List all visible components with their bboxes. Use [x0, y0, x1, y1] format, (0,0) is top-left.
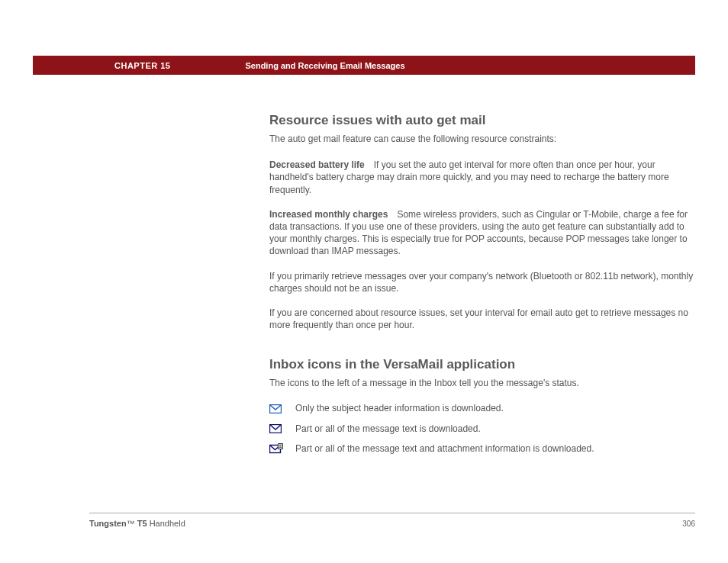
icon-row-text: Part or all of the message text is downl… — [295, 423, 481, 434]
paragraph-company-network: If you primarily retrieve messages over … — [269, 270, 697, 294]
footer-suffix: Handheld — [147, 519, 185, 528]
chapter-section-title: Sending and Receiving Email Messages — [245, 61, 404, 70]
footer: Tungsten™ T5 Handheld 306 — [89, 519, 695, 528]
run-in-increased-charges: Increased monthly charges — [269, 209, 388, 220]
footer-page-number: 306 — [682, 520, 695, 528]
icon-row-text: Only the subject header information is d… — [295, 403, 504, 413]
chapter-header-band: CHAPTER 15 Sending and Receiving Email M… — [33, 56, 695, 75]
paragraph-decreased-battery: Decreased battery lifeIf you set the aut… — [269, 159, 697, 196]
icon-row: Only the subject header information is d… — [269, 403, 697, 413]
section-title-inbox-icons: Inbox icons in the VersaMail application — [269, 357, 697, 372]
page: CHAPTER 15 Sending and Receiving Email M… — [0, 0, 728, 563]
footer-brand: Tungsten — [89, 519, 127, 528]
paragraph-recommended-interval: If you are concerned about resource issu… — [269, 307, 697, 331]
envelope-open-blue-icon — [269, 404, 283, 414]
section-lead: The auto get mail feature can cause the … — [269, 133, 697, 145]
envelope-attachment-icon — [269, 443, 283, 454]
section-title-resource-issues: Resource issues with auto get mail — [269, 113, 697, 128]
icon-row-text: Part or all of the message text and atta… — [295, 443, 594, 454]
content-column: Resource issues with auto get mail The a… — [269, 113, 697, 464]
footer-product: Tungsten™ T5 Handheld — [89, 519, 185, 528]
footer-model: T5 — [135, 519, 147, 528]
run-in-decreased-battery: Decreased battery life — [269, 159, 365, 170]
icon-row: Part or all of the message text is downl… — [269, 423, 697, 434]
footer-rule — [89, 513, 695, 513]
section-inbox-icons: Inbox icons in the VersaMail application… — [269, 357, 697, 454]
icon-row: Part or all of the message text and atta… — [269, 443, 697, 454]
section-lead-inbox: The icons to the left of a message in th… — [269, 377, 697, 389]
chapter-label: CHAPTER 15 — [114, 61, 170, 70]
icon-list: Only the subject header information is d… — [269, 403, 697, 454]
paragraph-increased-charges: Increased monthly chargesSome wireless p… — [269, 208, 697, 258]
footer-tm: ™ — [127, 519, 135, 528]
envelope-blue-icon — [269, 423, 283, 434]
